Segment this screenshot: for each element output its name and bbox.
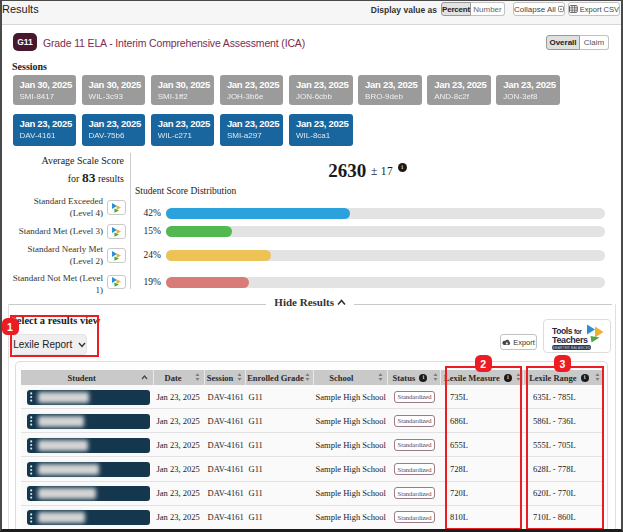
svg-text:SMARTER BALANCED: SMARTER BALANCED: [552, 345, 591, 349]
